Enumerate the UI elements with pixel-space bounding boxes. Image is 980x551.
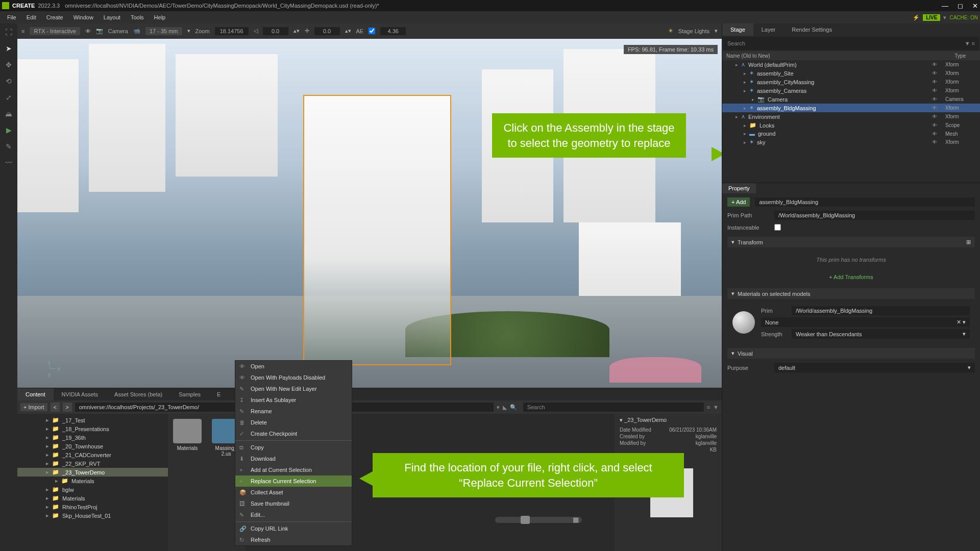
instanceable-checkbox[interactable] bbox=[774, 224, 781, 231]
stage-lights[interactable]: Stage Lights bbox=[678, 28, 709, 34]
maximize-icon[interactable]: ◻ bbox=[958, 2, 963, 10]
stage-row[interactable]: ▸📁Looks👁Scope bbox=[722, 121, 980, 130]
ctx-edit-[interactable]: ✎Edit... bbox=[235, 509, 352, 520]
play-icon[interactable]: ▶ bbox=[3, 124, 14, 136]
folder-item[interactable]: ▸📁_17_Test bbox=[17, 416, 168, 424]
options-icon[interactable]: ≡ bbox=[707, 404, 710, 410]
stage-row[interactable]: ▸✶sky👁Xform bbox=[722, 138, 980, 146]
type-column[interactable]: Type bbox=[954, 53, 966, 59]
stage-row[interactable]: ▸✶assembly_Site👁Xform bbox=[722, 69, 980, 78]
context-menu[interactable]: 👁Open👁Open With Payloads Disabled✎Open W… bbox=[235, 360, 352, 546]
ctx-replace-current-selection[interactable]: +Replace Current Selection bbox=[235, 475, 352, 487]
ctx-insert-as-sublayer[interactable]: ↧Insert As Sublayer bbox=[235, 394, 352, 406]
target-icon[interactable]: ✛ bbox=[305, 28, 309, 34]
zoom-slider-knob[interactable] bbox=[521, 516, 530, 524]
tab-extra[interactable]: E bbox=[209, 388, 229, 400]
strength-dropdown[interactable]: Weaker than Descendants▾ bbox=[792, 329, 970, 339]
search-input[interactable]: Search bbox=[523, 403, 704, 412]
menu-layout[interactable]: Layout bbox=[99, 14, 126, 20]
pointer-icon[interactable]: ➤ bbox=[3, 43, 14, 54]
chevron-down-icon[interactable]: ▾ bbox=[715, 28, 718, 34]
menu-help[interactable]: Help bbox=[149, 14, 171, 20]
stage-row[interactable]: ▸✶assembly_BldgMassing👁Xform bbox=[722, 104, 980, 112]
stage-row[interactable]: ▸✶assembly_CityMassing👁Xform bbox=[722, 78, 980, 86]
stage-row[interactable]: ▸⋏World (defaultPrim)👁Xform bbox=[722, 60, 980, 69]
bookmark-icon[interactable]: ◣ bbox=[503, 404, 507, 411]
folder-item[interactable]: ▸📁bglw bbox=[17, 485, 168, 494]
prim-name[interactable]: assembly_BldgMassing bbox=[755, 197, 975, 207]
transform-section[interactable]: ▾ Transform⊞ bbox=[727, 237, 975, 247]
stepper-icon[interactable]: ▴▾ bbox=[345, 28, 351, 34]
ctx-rename[interactable]: ✎Rename bbox=[235, 406, 352, 417]
folder-item[interactable]: ▸📁_18_Presentations bbox=[17, 424, 168, 433]
folder-item[interactable]: ▸📁_19_36th bbox=[17, 433, 168, 442]
forward-icon[interactable]: > bbox=[63, 403, 72, 412]
chevron-down-icon[interactable]: ▾ bbox=[497, 404, 500, 411]
tab-asset-stores[interactable]: Asset Stores (beta) bbox=[106, 388, 170, 400]
ctx-collect-asset[interactable]: 📦Collect Asset bbox=[235, 487, 352, 498]
back-icon[interactable]: < bbox=[51, 403, 60, 412]
camera-icon[interactable]: 📷 bbox=[96, 28, 103, 34]
scale-icon[interactable]: ⤢ bbox=[3, 92, 14, 103]
filter-icon[interactable]: ▼ bbox=[713, 404, 719, 410]
menu-tools[interactable]: Tools bbox=[126, 14, 149, 20]
chevron-down-icon[interactable]: ▾ bbox=[187, 28, 190, 34]
eye-icon[interactable]: 👁 bbox=[85, 28, 91, 34]
ctx-add-at-current-selection[interactable]: +Add at Current Selection bbox=[235, 464, 352, 475]
wave-icon[interactable]: 〰 bbox=[3, 157, 14, 168]
add-transforms-button[interactable]: + Add Transforms bbox=[727, 272, 975, 282]
lens-dropdown[interactable]: 17 - 35 mm bbox=[145, 27, 182, 35]
menu-file[interactable]: File bbox=[2, 14, 21, 20]
folder-item[interactable]: ▸📁_20_Townhouse bbox=[17, 442, 168, 450]
ctx-open-with-new-edit-layer[interactable]: ✎Open With New Edit Layer bbox=[235, 383, 352, 394]
viewport[interactable]: FPS: 96.81, Frame time: 10.33 ms Click o… bbox=[17, 39, 722, 388]
folder-item[interactable]: ▸📁_23_TowerDemo bbox=[17, 468, 168, 477]
stage-row[interactable]: ▸▬ground👁Mesh bbox=[722, 130, 980, 138]
select-frame-icon[interactable]: ⛶ bbox=[3, 27, 14, 38]
stage-row[interactable]: ▸📷Camera👁Camera bbox=[722, 95, 980, 104]
material-dropdown[interactable]: None✕ ▾ bbox=[761, 317, 970, 327]
tab-content[interactable]: Content bbox=[17, 388, 54, 400]
rotate-icon[interactable]: ⟲ bbox=[3, 76, 14, 87]
folder-item[interactable]: ▸📁Materials bbox=[17, 494, 168, 503]
folder-item[interactable]: ▸📁RhinoTestProj bbox=[17, 503, 168, 511]
ctx-save-thumbnail[interactable]: 🖼Save thumbnail bbox=[235, 498, 352, 509]
move-icon[interactable]: ✥ bbox=[3, 59, 14, 70]
folder-thumb[interactable]: Materials bbox=[173, 419, 202, 546]
stage-tree[interactable]: ▸⋏World (defaultPrim)👁Xform▸✶assembly_Si… bbox=[722, 60, 980, 183]
menu-edit[interactable]: Edit bbox=[21, 14, 41, 20]
live-dropdown-icon[interactable]: ▾ bbox=[943, 14, 946, 21]
visual-section[interactable]: ▾ Visual bbox=[727, 348, 975, 359]
ae-checkbox[interactable] bbox=[369, 28, 375, 34]
tab-samples[interactable]: Samples bbox=[170, 388, 209, 400]
folder-item[interactable]: ▸📁_21_CADConverter bbox=[17, 450, 168, 459]
tab-render-settings[interactable]: Render Settings bbox=[783, 23, 840, 36]
property-tab[interactable]: Property bbox=[722, 183, 756, 193]
hamburger-icon[interactable]: ≡ bbox=[21, 28, 24, 34]
ev1-value[interactable]: 0.0 bbox=[263, 27, 288, 35]
ev2-value[interactable]: 0.0 bbox=[314, 27, 340, 35]
close-icon[interactable]: ✕ bbox=[972, 2, 978, 10]
ctx-download[interactable]: ⬇Download bbox=[235, 453, 352, 464]
tab-nvidia-assets[interactable]: NVIDIA Assets bbox=[54, 388, 107, 400]
minimize-icon[interactable]: — bbox=[942, 2, 948, 10]
selected-geometry[interactable] bbox=[303, 95, 451, 365]
snap-icon[interactable]: ⛰ bbox=[3, 108, 14, 119]
ctx-copy-url-link[interactable]: 🔗Copy URL Link bbox=[235, 523, 352, 534]
folder-item[interactable]: ▸📁Skp_HouseTest_01 bbox=[17, 511, 168, 520]
ctx-delete[interactable]: 🗑Delete bbox=[235, 417, 352, 428]
brush-icon[interactable]: ✎ bbox=[3, 141, 14, 152]
camera-label[interactable]: Camera bbox=[108, 28, 128, 34]
stage-row[interactable]: ▸⋏Environment👁Xform bbox=[722, 112, 980, 121]
stage-search-input[interactable]: Search▼ ≡ bbox=[723, 37, 979, 50]
materials-section[interactable]: ▾ Materials on selected models bbox=[727, 288, 975, 299]
name-column[interactable]: Name (Old to New) bbox=[726, 53, 770, 59]
purpose-dropdown[interactable]: default▾ bbox=[774, 363, 975, 372]
renderer-dropdown[interactable]: RTX - Interactive bbox=[30, 27, 80, 35]
grid-view-icon[interactable]: ▦ bbox=[573, 516, 579, 523]
ctx-copy[interactable]: ⧉Copy bbox=[235, 442, 352, 453]
ctx-open[interactable]: 👁Open bbox=[235, 361, 352, 372]
menu-window[interactable]: Window bbox=[68, 14, 99, 20]
folder-tree[interactable]: ▸📁_17_Test▸📁_18_Presentations▸📁_19_36th▸… bbox=[17, 414, 168, 551]
thumbnail-pane[interactable]: Materials Massing_ 2.us bbox=[168, 414, 246, 551]
